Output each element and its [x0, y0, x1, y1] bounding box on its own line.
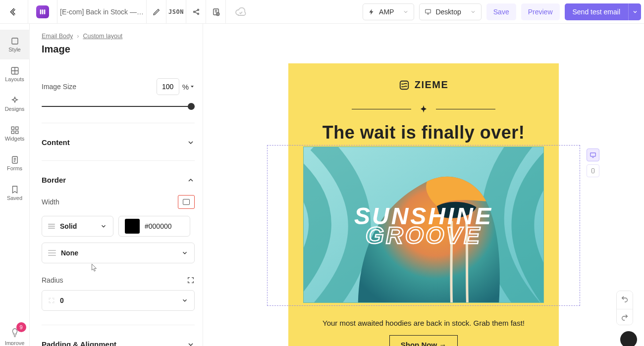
- border-width-label: Width: [42, 198, 59, 206]
- svg-rect-13: [11, 131, 14, 134]
- send-test-more-button[interactable]: [628, 3, 641, 20]
- save-button[interactable]: Save: [486, 3, 516, 20]
- border-style-value: Solid: [60, 222, 77, 230]
- svg-rect-9: [12, 38, 18, 44]
- panel-scroll[interactable]: Image Size % Content Border Width: [42, 68, 200, 346]
- brand-logo-icon: [399, 80, 410, 91]
- border-side-dropdown[interactable]: None: [42, 243, 195, 263]
- svg-rect-18: [590, 153, 596, 156]
- section-border-label: Border: [42, 176, 66, 184]
- pencil-icon: [153, 8, 161, 16]
- sync-status: [226, 6, 256, 18]
- history-buttons: [616, 291, 633, 325]
- svg-rect-16: [400, 81, 408, 89]
- rail-label: Improve: [5, 340, 25, 345]
- svg-rect-12: [15, 127, 18, 129]
- breadcrumb: Email Body › Custom layout: [42, 33, 195, 40]
- rail-item-forms[interactable]: Forms: [0, 148, 30, 178]
- sub-text[interactable]: Your most awaited hoodies are back in st…: [288, 319, 559, 327]
- star-icon: [419, 104, 428, 113]
- border-side-icon: [48, 250, 56, 256]
- redo-button[interactable]: [617, 309, 633, 325]
- selection-mobile-button[interactable]: [587, 164, 599, 177]
- border-style-dropdown[interactable]: Solid: [42, 216, 113, 237]
- app-logo-cell[interactable]: [28, 0, 57, 23]
- send-test-button[interactable]: Send test email: [565, 3, 629, 20]
- border-width-row: Width: [42, 195, 195, 209]
- sparkle-icon: [10, 96, 19, 105]
- section-padding[interactable]: Padding & Alignment: [42, 340, 195, 346]
- crumb-custom-layout[interactable]: Custom layout: [83, 33, 122, 40]
- selection-outline[interactable]: SUNSHINE GROOVE: [268, 146, 580, 305]
- rail-label: Designs: [5, 106, 25, 112]
- rail-item-style[interactable]: Style: [0, 30, 30, 59]
- svg-rect-11: [11, 127, 14, 129]
- share-button[interactable]: [186, 0, 206, 24]
- rail-item-designs[interactable]: Designs: [0, 89, 30, 119]
- chevron-down-icon: [181, 249, 188, 256]
- crumb-email-body[interactable]: Email Body: [42, 33, 73, 40]
- chevron-down-icon: [187, 139, 195, 147]
- rail-item-saved[interactable]: Saved: [0, 178, 30, 208]
- section-content[interactable]: Content: [42, 138, 195, 147]
- border-link-toggle[interactable]: [178, 195, 195, 209]
- back-button[interactable]: [0, 0, 28, 23]
- image-size-input[interactable]: [157, 78, 179, 95]
- edit-title-button[interactable]: [147, 0, 166, 24]
- chevron-down-icon: [632, 9, 638, 15]
- headline[interactable]: The wait is finally over!: [322, 122, 525, 143]
- color-swatch: [125, 219, 140, 234]
- hero-image[interactable]: SUNSHINE GROOVE: [303, 147, 544, 303]
- rail-item-layouts[interactable]: Layouts: [0, 59, 30, 89]
- border-color-value: #000000: [145, 222, 172, 230]
- viewport-dropdown[interactable]: Desktop: [419, 3, 481, 20]
- svg-rect-0: [40, 9, 42, 14]
- rail-item-widgets[interactable]: Widgets: [0, 119, 30, 148]
- rail-label: Saved: [7, 195, 22, 201]
- radius-label: Radius: [42, 276, 63, 284]
- image-size-slider[interactable]: [42, 104, 195, 109]
- border-box-icon: [183, 199, 190, 205]
- redo-icon: [621, 313, 629, 321]
- notes-button[interactable]: [206, 0, 226, 24]
- canvas[interactable]: ZIEME The wait is finally over! Your mos…: [203, 24, 644, 346]
- selection-desktop-button[interactable]: [587, 148, 599, 161]
- caret-down-icon: [190, 84, 195, 89]
- border-style-icon: [48, 224, 55, 229]
- preview-button[interactable]: Preview: [521, 3, 560, 20]
- svg-point-5: [197, 13, 199, 14]
- rail-label: Layouts: [5, 76, 24, 82]
- brand-header: ZIEME The wait is finally over!: [288, 63, 559, 143]
- panel-title: Image: [42, 44, 195, 55]
- selection-toolbar: [587, 148, 599, 177]
- json-button[interactable]: JSON: [166, 0, 186, 24]
- undo-button[interactable]: [617, 291, 633, 307]
- section-border[interactable]: Border: [42, 176, 195, 184]
- corners-icon[interactable]: [187, 276, 195, 284]
- radius-dropdown[interactable]: 0: [42, 290, 195, 311]
- svg-rect-1: [42, 9, 44, 14]
- doc-title[interactable]: [E-com] Back in Stock —…: [57, 0, 147, 23]
- layouts-icon: [10, 66, 19, 75]
- radius-row: Radius: [42, 276, 195, 284]
- cta-button[interactable]: Shop Now →: [389, 335, 458, 346]
- hero-text-overlay: SUNSHINE GROOVE: [318, 206, 530, 246]
- desktop-icon: [590, 151, 596, 158]
- help-bubble[interactable]: [620, 331, 637, 346]
- corners-dashed-icon: [48, 297, 55, 304]
- brand-name: ZIEME: [415, 79, 449, 91]
- rail-item-improve[interactable]: 9 Improve: [0, 327, 30, 346]
- border-color-picker[interactable]: #000000: [118, 216, 190, 237]
- amp-label: AMP: [379, 8, 394, 16]
- border-side-value: None: [61, 249, 78, 257]
- svg-rect-8: [426, 9, 431, 13]
- rail-label: Widgets: [5, 136, 25, 142]
- svg-rect-2: [44, 9, 46, 14]
- slider-thumb[interactable]: [188, 103, 195, 110]
- bookmark-icon: [10, 185, 19, 194]
- left-rail: Style Layouts Designs Widgets Forms Save…: [0, 24, 30, 346]
- amp-dropdown[interactable]: AMP: [363, 3, 414, 20]
- image-size-unit-dropdown[interactable]: %: [182, 83, 195, 91]
- json-label: JSON: [168, 8, 184, 15]
- chevron-down-icon: [100, 223, 107, 230]
